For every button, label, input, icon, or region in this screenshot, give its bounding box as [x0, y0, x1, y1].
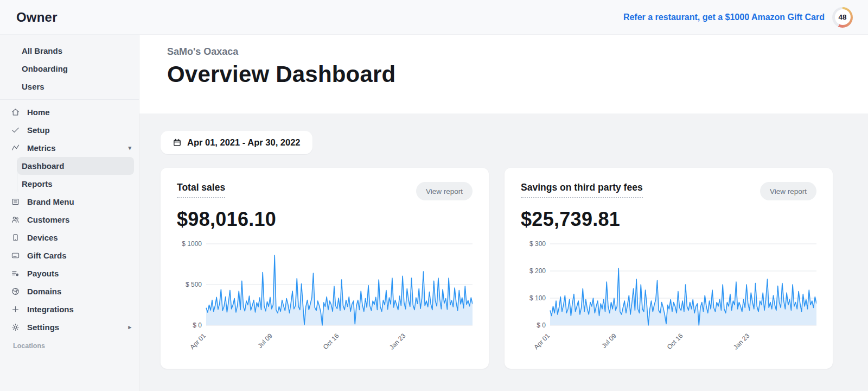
svg-text:$ 100: $ 100: [529, 294, 546, 302]
third-party-savings-card: Savings on third party fees View report …: [505, 168, 833, 369]
metrics-subnav: Dashboard Reports: [0, 157, 139, 193]
view-report-button-total-sales[interactable]: View report: [416, 182, 473, 200]
onboarding-label: Onboarding: [22, 64, 68, 73]
svg-text:Oct 16: Oct 16: [322, 332, 341, 351]
svg-text:Jan 23: Jan 23: [388, 332, 407, 351]
svg-text:$ 300: $ 300: [529, 240, 546, 248]
reports-label: Reports: [22, 179, 53, 188]
date-range-label: Apr 01, 2021 - Apr 30, 2022: [187, 137, 301, 148]
home-icon: [10, 108, 20, 117]
sidebar-item-brand-menu[interactable]: Brand Menu: [0, 193, 139, 211]
svg-text:Jan 23: Jan 23: [732, 332, 751, 351]
third-party-savings-chart: $ 0$ 100$ 200$ 300Apr 01Jul 09Oct 16Jan …: [521, 238, 816, 356]
all-brands-label: All Brands: [22, 46, 62, 55]
customers-icon: [10, 215, 20, 225]
chevron-right-icon: ▸: [128, 324, 131, 331]
svg-text:Jul 09: Jul 09: [600, 332, 618, 350]
sidebar-item-integrations[interactable]: Integrations: [0, 300, 139, 318]
total-sales-chart: $ 0$ 500$ 1000Apr 01Jul 09Oct 16Jan 23: [177, 238, 473, 356]
settings-gear-icon: [10, 323, 20, 332]
domains-label: Domains: [27, 287, 131, 296]
sidebar-item-customers[interactable]: Customers: [0, 211, 139, 229]
subnav-rail: [17, 158, 17, 192]
gift-cards-label: Gift Cards: [27, 251, 131, 260]
total-sales-card: Total sales View report $98,016.10 $ 0$ …: [161, 168, 489, 369]
third-party-savings-value: $25,739.81: [521, 208, 816, 231]
sidebar-item-payouts[interactable]: Payouts: [0, 264, 139, 282]
sidebar-item-domains[interactable]: Domains: [0, 282, 139, 300]
svg-text:Apr 01: Apr 01: [532, 332, 551, 351]
svg-text:$ 200: $ 200: [529, 267, 546, 275]
sidebar-item-devices[interactable]: Devices: [0, 229, 139, 247]
cards-row: Total sales View report $98,016.10 $ 0$ …: [161, 168, 868, 369]
brand-menu-icon: [10, 197, 20, 207]
dashboard-label: Dashboard: [22, 161, 64, 171]
integrations-label: Integrations: [27, 305, 131, 314]
customers-label: Customers: [27, 215, 131, 224]
devices-label: Devices: [27, 233, 131, 242]
owner-logo[interactable]: Owner: [16, 10, 58, 25]
home-label: Home: [27, 108, 131, 117]
sidebar-item-settings[interactable]: Settings ▸: [0, 318, 139, 336]
main-content: Apr 01, 2021 - Apr 30, 2022 Total sales …: [139, 113, 868, 391]
top-bar: Owner Refer a restaurant, get a $1000 Am…: [0, 0, 868, 35]
sidebar-item-reports[interactable]: Reports: [17, 175, 134, 193]
check-icon: [10, 125, 20, 135]
domains-icon: [10, 287, 20, 297]
view-report-button-savings[interactable]: View report: [760, 182, 816, 200]
devices-icon: [10, 233, 20, 243]
sidebar-item-all-brands[interactable]: All Brands: [0, 42, 139, 60]
breadcrumb-brand-name: SaMo's Oaxaca: [167, 46, 868, 58]
sidebar-divider: [0, 99, 139, 100]
gift-cards-icon: [10, 251, 20, 261]
setup-label: Setup: [27, 125, 131, 135]
sidebar-item-metrics[interactable]: Metrics ▾: [0, 139, 139, 157]
payouts-label: Payouts: [27, 269, 131, 278]
svg-text:Oct 16: Oct 16: [666, 332, 685, 351]
calendar-icon: [173, 138, 182, 147]
users-label: Users: [22, 82, 44, 91]
sidebar: All Brands Onboarding Users Home Setup M…: [0, 35, 139, 391]
sidebar-item-gift-cards[interactable]: Gift Cards: [0, 247, 139, 264]
settings-label: Settings: [27, 323, 121, 332]
integrations-icon: [10, 305, 20, 314]
sidebar-item-home[interactable]: Home: [0, 103, 139, 121]
payouts-icon: [10, 269, 20, 279]
locations-section-label: Locations: [0, 342, 139, 350]
total-sales-title: Total sales: [177, 182, 225, 198]
page-header: SaMo's Oaxaca Overview Dashboard: [139, 35, 868, 113]
metrics-icon: [10, 143, 20, 153]
brand-menu-label: Brand Menu: [27, 197, 131, 206]
svg-text:$ 0: $ 0: [193, 321, 202, 329]
svg-text:$ 0: $ 0: [537, 321, 546, 329]
chevron-down-icon: ▾: [128, 144, 131, 152]
referral-link[interactable]: Refer a restaurant, get a $1000 Amazon G…: [623, 12, 825, 22]
svg-text:$ 500: $ 500: [186, 281, 202, 288]
third-party-savings-title: Savings on third party fees: [521, 182, 643, 198]
date-range-picker[interactable]: Apr 01, 2021 - Apr 30, 2022: [161, 131, 312, 154]
metrics-label: Metrics: [27, 143, 121, 153]
total-sales-value: $98,016.10: [177, 208, 473, 231]
score-ring-badge[interactable]: 48: [832, 7, 853, 28]
svg-text:Jul 09: Jul 09: [256, 332, 274, 350]
score-value: 48: [835, 9, 851, 25]
sidebar-item-dashboard[interactable]: Dashboard: [17, 157, 134, 175]
svg-text:Apr 01: Apr 01: [188, 332, 207, 351]
page-title: Overview Dashboard: [167, 61, 868, 87]
sidebar-item-onboarding[interactable]: Onboarding: [0, 60, 139, 78]
sidebar-item-users[interactable]: Users: [0, 78, 139, 96]
sidebar-item-setup[interactable]: Setup: [0, 121, 139, 139]
svg-text:$ 1000: $ 1000: [182, 240, 202, 248]
